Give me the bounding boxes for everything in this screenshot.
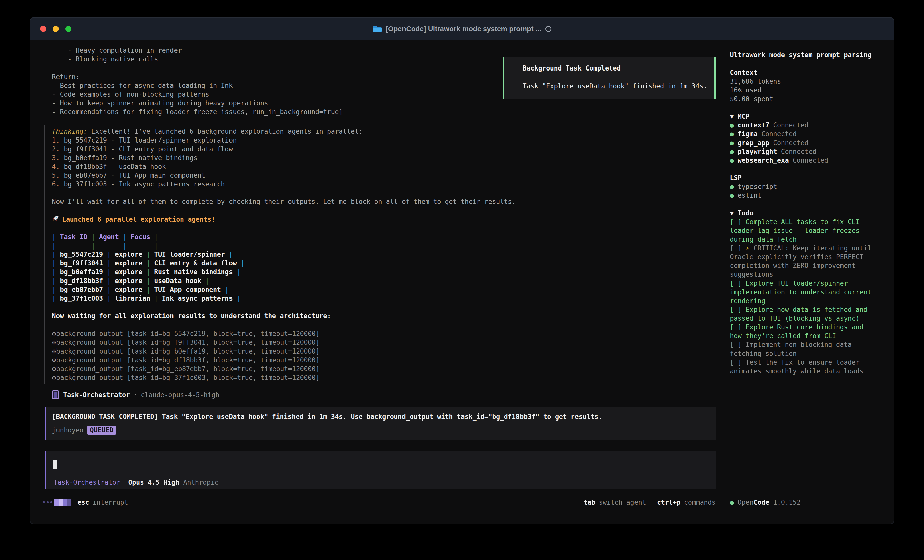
title-bar[interactable]: [OpenCode] Ultrawork mode system prompt …	[30, 18, 894, 40]
text-segment: [ ] Test the fix to ensure loader animat…	[730, 359, 864, 375]
terminal-line: | bg_5547c219 | explore | TUI loader/spi…	[52, 250, 516, 259]
agent-model: claude-opus-4-5-high	[141, 391, 219, 399]
terminal-line: LSP	[730, 174, 880, 183]
text-segment: Thinking:	[52, 128, 87, 135]
terminal-line: | Task ID | Agent | Focus |	[52, 232, 516, 241]
terminal-line: | bg_37f1c003 | librarian | Ink async pa…	[52, 294, 516, 303]
text-segment: ⚙	[52, 373, 56, 382]
text-segment: |	[142, 277, 154, 284]
terminal-line: [ ] Explore Rust core bindings and how t…	[730, 323, 877, 340]
terminal-line: [ ] Test the fix to ensure loader animat…	[730, 358, 877, 376]
close-button[interactable]	[40, 26, 46, 32]
prompt-input[interactable]: Task-Orchestrator Opus 4.5 High Anthropi…	[45, 451, 716, 489]
terminal-line: junhoyeo QUEUED	[52, 426, 716, 434]
terminal-line: ⚙background_output [task_id=bg_5547c219,…	[52, 329, 516, 338]
text-segment: bg_b0effa19 - Rust native bindings	[64, 154, 197, 162]
text-segment: Ink async patterns	[162, 295, 233, 302]
terminal-line: 4. bg_df18bb3f - useData hook	[52, 162, 516, 171]
terminal-line: ⚙background_output [task_id=bg_f9ff3041,…	[52, 338, 516, 347]
text-segment: websearch_exa	[738, 157, 789, 164]
text-segment: |	[233, 268, 240, 276]
text-segment: |	[103, 286, 115, 293]
esc-key-hint: esc	[77, 499, 89, 506]
text-segment: CLI entry & data flow	[154, 259, 237, 267]
tool-output-tail: - Heavy computation in render - Blocking…	[52, 46, 343, 117]
status-dot-icon: ●	[730, 499, 738, 506]
text-segment: |	[52, 268, 60, 276]
zoom-button[interactable]	[65, 26, 71, 32]
text-segment: Connected	[770, 121, 809, 129]
text-cursor	[54, 460, 57, 469]
proxy-circle-icon	[545, 26, 551, 32]
text-segment: context7	[738, 121, 769, 129]
text-segment: bg_df18bb3f	[60, 277, 103, 284]
terminal-line: Context	[730, 68, 880, 77]
text-segment: 4.	[52, 163, 64, 170]
terminal-line: - Heavy computation in render	[52, 46, 343, 55]
text-segment: |	[52, 295, 60, 302]
spacer	[179, 479, 183, 486]
text-segment: bg_df18bb3f - useData hook	[64, 163, 166, 170]
text-segment: ⚠	[746, 244, 750, 252]
text-segment: 2.	[52, 145, 64, 153]
minimize-button[interactable]	[53, 26, 59, 32]
toast-notification[interactable]: Background Task Completed Task "Explore …	[502, 57, 716, 99]
spinner-block-icon	[58, 499, 63, 506]
text-segment: background_output [task_id=bg_37f1c003, …	[56, 374, 320, 381]
terminal-line: 2. bg_f9ff3041 - CLI entry point and dat…	[52, 145, 516, 154]
text-segment: Return:	[52, 73, 80, 81]
terminal-line	[730, 165, 880, 174]
terminal-line: [ ] Complete ALL tasks to fix CLI loader…	[730, 217, 877, 244]
text-segment: playwright	[738, 148, 777, 155]
text-segment: |	[221, 286, 229, 293]
text-segment: |	[52, 259, 60, 267]
text-segment: background_output [task_id=bg_b0effa19, …	[56, 347, 320, 355]
text-segment: typescript	[738, 183, 777, 190]
terminal-line: - Code examples of non-blocking patterns	[52, 90, 343, 99]
text-segment: |	[103, 277, 115, 284]
text-segment: explore	[115, 277, 142, 284]
terminal-line: $0.00 spent	[730, 94, 880, 103]
text-segment: |	[103, 268, 115, 276]
text-segment: ●	[730, 157, 738, 164]
terminal-line	[730, 200, 880, 209]
terminal-line: - Blocking native calls	[52, 55, 343, 64]
text-segment: |	[237, 259, 244, 267]
text-segment: librarian	[115, 295, 150, 302]
text-segment: Excellent! I've launched 6 background ex…	[87, 128, 363, 135]
terminal-line	[52, 64, 343, 72]
text-segment: background_output [task_id=bg_f9ff3041, …	[56, 339, 320, 346]
terminal-line: ⚙background_output [task_id=bg_b0effa19,…	[52, 347, 516, 355]
text-segment: |	[142, 259, 154, 267]
terminal-line: ▼ Todo	[730, 209, 880, 217]
ctrlp-key-hint: ctrl+p	[657, 499, 681, 506]
input-provider-name: Anthropic	[183, 479, 219, 486]
sidebar-footer: ● OpenCode 1.0.152	[730, 497, 801, 507]
terminal-line: ● eslint	[730, 191, 880, 200]
status-bar: esc interrupt tab switch agent ctrl+p co…	[43, 497, 716, 507]
text-segment: |	[52, 251, 60, 258]
text-segment: |	[52, 277, 60, 284]
terminal-line: [ ] Explore how data is fetched and pass…	[730, 305, 877, 323]
text-segment: ⚙	[52, 365, 56, 373]
text-segment: ⚙	[52, 347, 56, 355]
text-segment: ⚙	[52, 356, 56, 364]
text-segment: ▼ MCP	[730, 113, 750, 120]
terminal-line: 1. bg_5547c219 - TUI loader/spinner expl…	[52, 136, 516, 145]
text-segment: [ ] Implement non-blocking data fetching…	[730, 341, 856, 357]
text-segment: [ ]	[730, 244, 746, 252]
text-segment: bg_5547c219 - TUI loader/spinner explora…	[64, 136, 237, 144]
text-segment: - Code examples of non-blocking patterns	[52, 91, 209, 98]
terminal-line	[52, 224, 516, 232]
input-agent-name: Task-Orchestrator	[54, 479, 120, 486]
text-segment: |	[52, 233, 60, 241]
text-segment: ●	[730, 130, 738, 138]
text-segment: Task ID	[60, 233, 87, 241]
terminal-line: ▼ MCP	[730, 112, 880, 121]
text-segment: bg_f9ff3041	[60, 259, 103, 267]
text-segment: ▼ Todo	[730, 209, 753, 217]
text-segment: useData hook	[154, 277, 201, 284]
text-segment: Now waiting for all exploration results …	[52, 312, 331, 320]
terminal-line: | bg_eb87ebb7 | explore | TUI App compon…	[52, 285, 516, 294]
text-segment: 31,686 tokens	[730, 78, 781, 85]
